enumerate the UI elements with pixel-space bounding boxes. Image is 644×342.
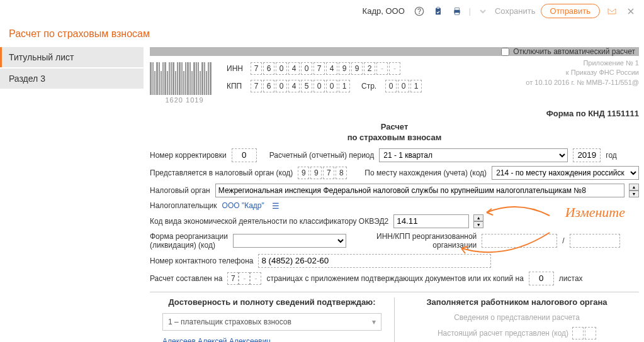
clipboard-icon[interactable] — [431, 4, 445, 18]
reorg-label: Форма реорганизации — [150, 232, 228, 241]
appendix-info: Приложение № 1 к Приказу ФНС России от 1… — [526, 58, 639, 87]
period-label: Расчетный (отчетный) период — [269, 151, 375, 160]
send-button[interactable]: Отправить — [541, 4, 600, 18]
auto-calc-strip: Отключить автоматический расчет — [150, 47, 639, 56]
year-suffix: год — [606, 151, 617, 160]
tax-org-input[interactable] — [215, 184, 624, 197]
phone-input[interactable] — [258, 254, 491, 268]
tax-org-stepper[interactable]: ▲▼ — [629, 184, 639, 197]
svg-rect-6 — [455, 13, 459, 14]
okved-label: Код вида экономической деятельности по к… — [150, 217, 388, 226]
form-knd: Форма по КНД 1151111 — [150, 109, 639, 118]
confirm-title: Достоверность и полноту сведений подтвер… — [156, 297, 388, 307]
okved-input[interactable] — [393, 214, 469, 228]
correction-input[interactable] — [232, 148, 257, 162]
taxpayer-link[interactable]: ООО "Кадр" — [222, 201, 264, 210]
page-label: Стр. — [361, 82, 380, 91]
submit-to-cells[interactable]: 9978 — [298, 167, 347, 179]
sidebar-item-title-page[interactable]: Титульный лист — [0, 47, 144, 67]
sidebar-item-section3[interactable]: Раздел 3 — [0, 69, 144, 89]
envelope-icon[interactable] — [605, 4, 619, 18]
disable-auto-checkbox[interactable]: Отключить автоматический расчет — [501, 47, 635, 56]
chevron-down-icon[interactable] — [476, 4, 490, 18]
svg-rect-5 — [455, 8, 459, 9]
page-title: Расчет по страховым взносам — [0, 22, 644, 47]
submit-to-label: Представляется в налоговый орган (код) — [150, 168, 293, 177]
attach-input[interactable] — [529, 272, 554, 285]
tax-worker-title: Заполняется работником налогового органа — [401, 297, 633, 307]
disable-auto-input[interactable] — [501, 48, 509, 56]
attach-suffix: листах — [559, 274, 583, 283]
inn-cells[interactable]: 7604074992-- — [251, 62, 400, 75]
tax-org-label: Налоговый орган — [150, 186, 210, 195]
page-cells: 001 — [385, 80, 422, 92]
pages-label1: Расчет составлен на — [150, 274, 222, 283]
reorg-kpp-input[interactable] — [570, 234, 620, 248]
svg-rect-3 — [437, 7, 439, 9]
phone-label: Номер контактного телефона — [150, 256, 253, 265]
payer-type-dropdown[interactable]: 1 – плательщик страховых взносов ▾ — [162, 313, 381, 331]
reorg-select[interactable] — [233, 234, 346, 248]
okved-stepper[interactable]: ▲▼ — [473, 214, 483, 228]
svg-point-1 — [419, 13, 419, 14]
location-label: По месту нахождения (учета) (код) — [364, 168, 487, 177]
pages-count-cells[interactable]: 7-- — [227, 272, 261, 285]
save-button: Сохранить — [495, 6, 536, 16]
kpp-cells[interactable]: 76045001 — [251, 80, 350, 92]
year-input[interactable] — [573, 148, 601, 162]
print-icon[interactable] — [450, 4, 464, 18]
period-select[interactable]: 21 - 1 квартал — [379, 148, 568, 162]
reorg-inn-label: ИНН/КПП реорганизованной — [376, 232, 477, 241]
pages-label2: страницах с приложением подтверждающих д… — [266, 274, 523, 283]
correction-label: Номер корректировки — [150, 151, 227, 160]
inn-label: ИНН — [227, 64, 246, 73]
submission-code-row: Настоящий расчет представлен (код) — [401, 327, 633, 339]
barcode: 1620 1019 — [150, 58, 219, 104]
submission-info: Сведения о представлении расчета — [401, 313, 633, 322]
location-select[interactable]: 214 - по месту нахождения российск — [492, 166, 639, 180]
kpp-label: КПП — [227, 82, 246, 91]
help-icon[interactable] — [412, 4, 426, 18]
sidebar: Титульный лист Раздел 3 — [0, 47, 144, 342]
org-name: Кадр, ООО — [363, 6, 405, 16]
close-icon[interactable] — [624, 4, 638, 18]
list-icon[interactable]: ☰ — [272, 201, 280, 211]
signer-link[interactable]: Алексеев Алексей Алексеевич — [162, 337, 271, 342]
reorg-inn-input[interactable] — [482, 234, 557, 248]
chevron-down-icon: ▾ — [372, 317, 376, 326]
taxpayer-label: Налогоплательщик — [150, 201, 217, 210]
doc-title: Расчет по страховым взносам — [150, 122, 639, 143]
